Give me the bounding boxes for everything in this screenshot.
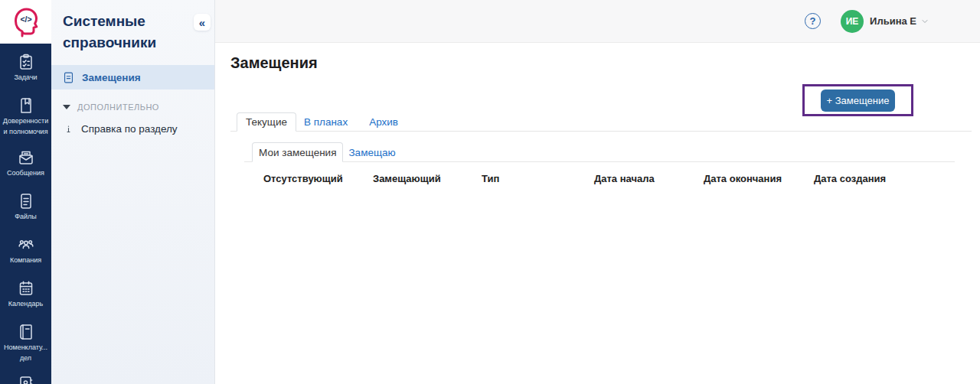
app-window: </> Задачи Доверенности и bbox=[0, 0, 980, 384]
panel-item-substitutions[interactable]: Замещения bbox=[51, 65, 214, 89]
rail-item-powers[interactable]: Доверенности и полномочия bbox=[0, 96, 51, 136]
question-icon: ? bbox=[810, 15, 816, 27]
chevron-down-icon bbox=[63, 105, 70, 109]
brand-head-icon: </> bbox=[11, 6, 41, 38]
rail-item-label: Файлы bbox=[15, 213, 37, 221]
column-header-type: Тип bbox=[482, 173, 594, 184]
tasks-icon bbox=[17, 53, 35, 71]
column-header-start-date: Дата начала bbox=[594, 173, 704, 184]
calendar-icon bbox=[17, 279, 35, 298]
messages-icon bbox=[17, 148, 35, 167]
rail-item-company[interactable]: Компания bbox=[0, 236, 51, 267]
app-logo[interactable]: </> bbox=[0, 0, 51, 44]
crm-icon bbox=[17, 375, 35, 384]
avatar[interactable]: ИЕ bbox=[841, 10, 864, 33]
company-icon bbox=[17, 236, 35, 254]
rail-item-label: Календарь bbox=[8, 300, 43, 308]
rail-item-calendar[interactable]: Календарь bbox=[0, 279, 51, 311]
logo-code-glyph: </> bbox=[20, 15, 31, 24]
subtab-my-substitutions[interactable]: Мои замещения bbox=[252, 142, 343, 162]
rail-item-label: Сообщения bbox=[7, 169, 44, 177]
topbar: ? ИЕ Ильина Е bbox=[215, 0, 980, 43]
panel-section-additional[interactable]: ДОПОЛНИТЕЛЬНО bbox=[51, 103, 214, 112]
info-icon bbox=[63, 123, 74, 135]
main-area: ? ИЕ Ильина Е Замещения Текущие В планах… bbox=[215, 0, 980, 384]
nomenclature-icon bbox=[17, 323, 35, 341]
rail-item-label-2: дел bbox=[20, 354, 31, 363]
collapse-panel-button[interactable]: « bbox=[194, 14, 211, 31]
panel-title: Системные справочники bbox=[51, 0, 214, 54]
content: Замещения Текущие В планах Архив Мои зам… bbox=[215, 54, 980, 184]
collapse-icon: « bbox=[199, 16, 205, 29]
panel-item-label: Замещения bbox=[82, 72, 141, 83]
rail-item-label: Задачи bbox=[14, 73, 37, 82]
column-header-substitute: Замещающий bbox=[373, 173, 482, 184]
subtab-i-substitute[interactable]: Замещаю bbox=[343, 147, 400, 161]
table-header-row: Отсутствующий Замещающий Тип Дата начала… bbox=[263, 173, 980, 184]
panel-item-section-help[interactable]: Справка по разделу bbox=[51, 123, 214, 135]
powers-icon bbox=[17, 96, 35, 115]
chevron-down-icon[interactable] bbox=[920, 17, 929, 26]
tab-current[interactable]: Текущие bbox=[237, 112, 296, 132]
rail-item-nomenclature[interactable]: Номенклату... дел bbox=[0, 323, 51, 363]
help-button[interactable]: ? bbox=[805, 13, 821, 29]
document-icon bbox=[62, 71, 75, 84]
rail-item-label: Номенклату... bbox=[4, 343, 47, 352]
files-icon bbox=[17, 192, 35, 210]
section-panel: Системные справочники « Замещения ДОПОЛН… bbox=[51, 0, 215, 384]
icon-rail: </> Задачи Доверенности и bbox=[0, 0, 51, 384]
avatar-initials: ИЕ bbox=[846, 16, 859, 27]
column-header-absent: Отсутствующий bbox=[263, 173, 373, 184]
rail-item-messages[interactable]: Сообщения bbox=[0, 148, 51, 180]
tab-planned[interactable]: В планах bbox=[296, 116, 355, 131]
panel-section-label: ДОПОЛНИТЕЛЬНО bbox=[77, 103, 159, 112]
rail-item-label-2: и полномочия bbox=[3, 128, 47, 136]
subtabs-row: Мои замещения Замещаю bbox=[244, 142, 955, 162]
page-title: Замещения bbox=[230, 54, 980, 72]
highlight-annotation-box: + Замещение bbox=[802, 84, 913, 116]
rail-item-files[interactable]: Файлы bbox=[0, 192, 51, 223]
tab-archive[interactable]: Архив bbox=[361, 116, 406, 131]
rail-item-crm[interactable]: CRM bbox=[0, 375, 51, 384]
rail-item-label: Доверенности bbox=[3, 117, 49, 125]
column-header-end-date: Дата окончания bbox=[704, 173, 814, 184]
user-menu[interactable]: Ильина Е bbox=[870, 15, 916, 27]
rail-item-label: Компания bbox=[10, 256, 41, 265]
panel-help-label: Справка по разделу bbox=[81, 123, 178, 135]
column-header-created-date: Дата создания bbox=[814, 173, 886, 184]
add-substitution-button[interactable]: + Замещение bbox=[821, 89, 895, 112]
rail-item-tasks[interactable]: Задачи bbox=[0, 53, 51, 84]
